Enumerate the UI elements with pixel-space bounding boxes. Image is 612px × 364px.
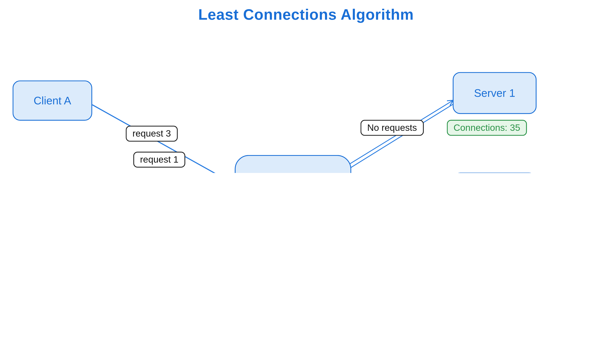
client-a-label: Client A	[34, 94, 71, 107]
server-1-label: Server 1	[474, 87, 515, 99]
node-server-2: Server 2	[453, 173, 537, 173]
pill-clientA-req1: request 1	[133, 152, 185, 168]
edge-lb-s1-b	[346, 104, 454, 171]
node-server-1: Server 1	[453, 72, 537, 114]
pill-lb-s1-noreq: No requests	[360, 120, 424, 136]
node-client-a: Client A	[13, 80, 92, 121]
node-load-balancer: Load Balancer	[235, 155, 351, 173]
server-1-connections: Connections: 35	[447, 120, 527, 136]
diagram-title: Least Connections Algorithm	[0, 6, 612, 24]
pill-clientA-req3: request 3	[126, 126, 178, 142]
diagram-canvas: Least Connections Algorithm Client A Cli…	[0, 0, 612, 173]
